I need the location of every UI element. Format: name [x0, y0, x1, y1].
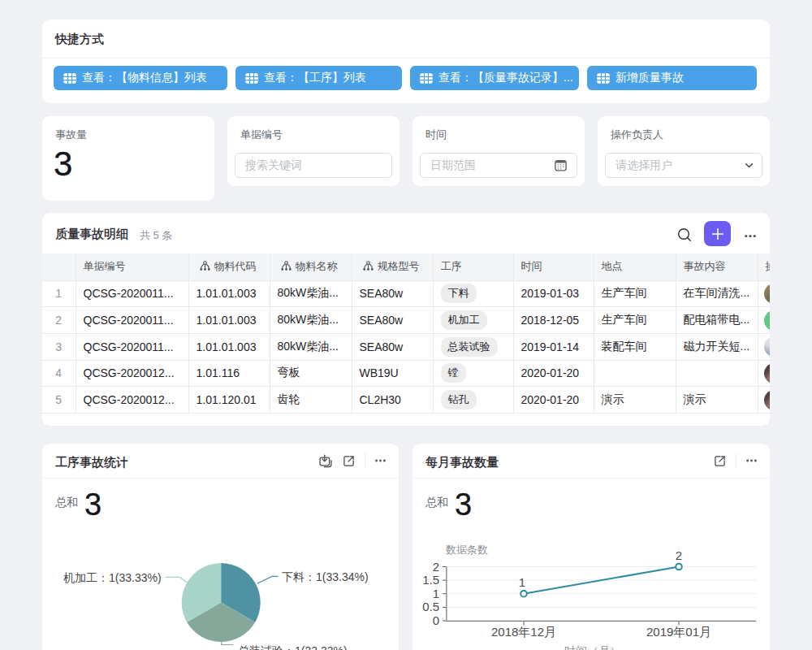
svg-text:1.5: 1.5 — [422, 573, 439, 587]
svg-text:时间（月）: 时间（月） — [564, 644, 621, 650]
svg-text:1: 1 — [433, 587, 439, 600]
svg-text:数据条数: 数据条数 — [445, 544, 488, 556]
svg-text:总装试验：1(33.33%): 总装试验：1(33.33%) — [238, 644, 348, 650]
svg-text:2018年12月: 2018年12月 — [491, 625, 556, 639]
svg-text:机加工：1(33.33%): 机加工：1(33.33%) — [63, 571, 162, 584]
svg-text:2019年01月: 2019年01月 — [646, 625, 711, 639]
svg-text:2: 2 — [676, 548, 682, 562]
svg-text:1: 1 — [519, 575, 525, 589]
svg-text:下料：1(33.34%): 下料：1(33.34%) — [282, 570, 369, 583]
svg-text:0.5: 0.5 — [422, 600, 439, 613]
svg-text:2: 2 — [433, 560, 439, 574]
svg-text:0: 0 — [433, 613, 439, 627]
